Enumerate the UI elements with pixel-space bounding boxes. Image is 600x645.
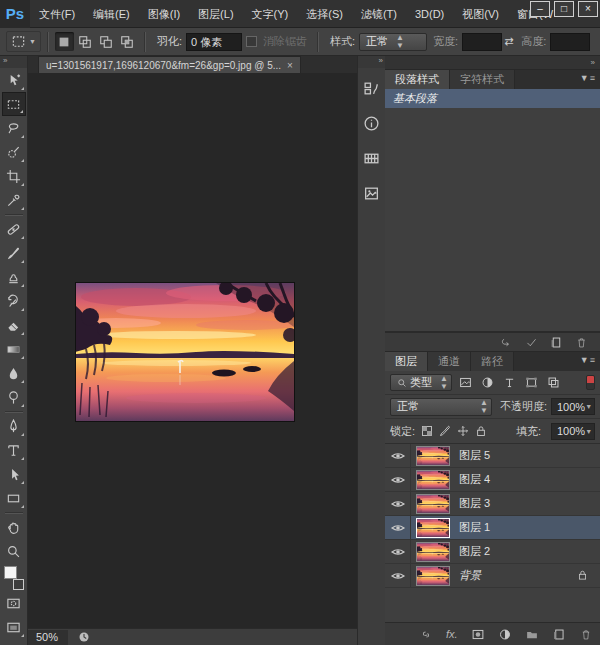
expand-panels-icon[interactable]: » bbox=[358, 56, 385, 68]
document-status-icon[interactable] bbox=[78, 631, 90, 643]
blend-mode-dropdown[interactable]: 正常 ▲▼ bbox=[390, 398, 492, 416]
lasso-tool[interactable] bbox=[2, 116, 26, 140]
minimize-button[interactable]: – bbox=[530, 1, 550, 17]
eyedropper-tool[interactable] bbox=[2, 188, 26, 212]
intersect-selection-button[interactable] bbox=[118, 32, 137, 51]
layer-name[interactable]: 图层 5 bbox=[459, 448, 490, 463]
layer-thumbnail[interactable] bbox=[416, 470, 450, 490]
visibility-toggle[interactable] bbox=[385, 564, 411, 588]
layer-row-3[interactable]: 图层 3 bbox=[385, 492, 600, 516]
lock-all-icon[interactable] bbox=[475, 425, 487, 437]
layer-row-5[interactable]: 图层 5 bbox=[385, 444, 600, 468]
feather-input[interactable]: 0 像素 bbox=[186, 33, 242, 51]
document-tab[interactable]: u=1301561917,1696120670&fm=26&gp=0.jpg @… bbox=[38, 56, 301, 73]
tab-character-styles[interactable]: 字符样式 bbox=[450, 70, 515, 89]
visibility-toggle[interactable] bbox=[385, 444, 411, 468]
filter-kind-dropdown[interactable]: 类型 ▲▼ bbox=[390, 374, 452, 391]
layer-name[interactable]: 背景 bbox=[459, 568, 481, 583]
lock-transparency-icon[interactable] bbox=[421, 425, 433, 437]
eraser-tool[interactable] bbox=[2, 313, 26, 337]
style-item-basic-paragraph[interactable]: 基本段落 bbox=[385, 89, 600, 108]
zoom-tool[interactable] bbox=[2, 539, 26, 563]
menu-view[interactable]: 视图(V) bbox=[453, 0, 508, 28]
menu-image[interactable]: 图像(I) bbox=[139, 0, 189, 28]
shape-tool[interactable] bbox=[2, 486, 26, 510]
tab-paths[interactable]: 路径 bbox=[471, 352, 514, 371]
type-tool[interactable] bbox=[2, 438, 26, 462]
layer-effects-icon[interactable]: fx. bbox=[446, 628, 458, 640]
new-group-icon[interactable] bbox=[525, 628, 539, 641]
pen-tool[interactable] bbox=[2, 414, 26, 438]
new-style-icon[interactable] bbox=[550, 336, 563, 349]
collapse-tools-icon[interactable]: » bbox=[0, 56, 27, 68]
tab-paragraph-styles[interactable]: 段落样式 bbox=[385, 70, 450, 89]
delete-style-icon[interactable] bbox=[575, 336, 588, 349]
lock-pixels-icon[interactable] bbox=[439, 425, 451, 437]
layer-row-4[interactable]: 图层 4 bbox=[385, 468, 600, 492]
maximize-button[interactable]: □ bbox=[554, 1, 574, 17]
filter-shape-layers-icon[interactable] bbox=[523, 375, 540, 391]
panel-menu-icon[interactable]: ▼≡ bbox=[580, 73, 596, 83]
rectangular-marquee-tool[interactable] bbox=[2, 92, 26, 116]
apply-check-icon[interactable] bbox=[525, 336, 538, 349]
clone-stamp-tool[interactable] bbox=[2, 265, 26, 289]
add-layer-mask-icon[interactable] bbox=[471, 628, 485, 641]
filter-toggle-switch[interactable] bbox=[586, 375, 595, 390]
blur-tool[interactable] bbox=[2, 361, 26, 385]
spot-healing-brush-tool[interactable] bbox=[2, 217, 26, 241]
layer-thumbnail[interactable] bbox=[416, 446, 450, 466]
collapse-panels-icon[interactable]: » bbox=[385, 56, 600, 70]
new-selection-button[interactable] bbox=[55, 32, 74, 51]
layer-name[interactable]: 图层 1 bbox=[459, 520, 490, 535]
history-brush-tool[interactable] bbox=[2, 289, 26, 313]
visibility-toggle[interactable] bbox=[385, 516, 411, 540]
visibility-toggle[interactable] bbox=[385, 468, 411, 492]
swatches-panel-icon[interactable] bbox=[359, 143, 385, 173]
layer-name[interactable]: 图层 3 bbox=[459, 496, 490, 511]
subtract-from-selection-button[interactable] bbox=[97, 32, 116, 51]
menu-layer[interactable]: 图层(L) bbox=[189, 0, 242, 28]
layer-row-background[interactable]: 背景 bbox=[385, 564, 600, 588]
dodge-tool[interactable] bbox=[2, 385, 26, 409]
clear-override-icon[interactable] bbox=[500, 336, 513, 349]
layer-thumbnail[interactable] bbox=[416, 494, 450, 514]
canvas-image[interactable] bbox=[76, 283, 294, 421]
crop-tool[interactable] bbox=[2, 164, 26, 188]
panel-menu-icon[interactable]: ▼≡ bbox=[580, 355, 596, 365]
layer-thumbnail[interactable] bbox=[416, 566, 450, 586]
brush-tool[interactable] bbox=[2, 241, 26, 265]
filter-type-layers-icon[interactable] bbox=[501, 375, 518, 391]
menu-file[interactable]: 文件(F) bbox=[30, 0, 84, 28]
close-button[interactable]: × bbox=[578, 1, 598, 17]
info-panel-icon[interactable] bbox=[359, 108, 385, 138]
layer-row-2[interactable]: 图层 2 bbox=[385, 540, 600, 564]
filter-pixel-layers-icon[interactable] bbox=[457, 375, 474, 391]
width-input[interactable] bbox=[462, 33, 502, 51]
height-input[interactable] bbox=[550, 33, 590, 51]
menu-filter[interactable]: 滤镜(T) bbox=[352, 0, 406, 28]
foreground-color-swatch[interactable] bbox=[4, 566, 17, 579]
opacity-value[interactable]: 100%▼ bbox=[551, 398, 595, 415]
antialias-checkbox[interactable] bbox=[246, 36, 257, 47]
link-layers-icon[interactable] bbox=[419, 628, 433, 641]
new-layer-icon[interactable] bbox=[552, 628, 566, 641]
gradient-tool[interactable] bbox=[2, 337, 26, 361]
tab-layers[interactable]: 图层 bbox=[385, 352, 428, 371]
tab-channels[interactable]: 通道 bbox=[428, 352, 471, 371]
screen-mode-button[interactable] bbox=[2, 615, 26, 639]
menu-type[interactable]: 文字(Y) bbox=[243, 0, 298, 28]
quick-selection-tool[interactable] bbox=[2, 140, 26, 164]
history-panel-icon[interactable] bbox=[359, 73, 385, 103]
path-selection-tool[interactable] bbox=[2, 462, 26, 486]
fill-value[interactable]: 100%▼ bbox=[551, 423, 595, 440]
add-to-selection-button[interactable] bbox=[76, 32, 95, 51]
canvas-pasteboard[interactable] bbox=[28, 73, 357, 628]
menu-3d[interactable]: 3D(D) bbox=[406, 0, 453, 28]
menu-select[interactable]: 选择(S) bbox=[297, 0, 352, 28]
hand-tool[interactable] bbox=[2, 515, 26, 539]
layer-thumbnail[interactable] bbox=[416, 542, 450, 562]
properties-panel-icon[interactable] bbox=[359, 178, 385, 208]
visibility-toggle[interactable] bbox=[385, 540, 411, 564]
menu-edit[interactable]: 编辑(E) bbox=[84, 0, 139, 28]
visibility-toggle[interactable] bbox=[385, 492, 411, 516]
